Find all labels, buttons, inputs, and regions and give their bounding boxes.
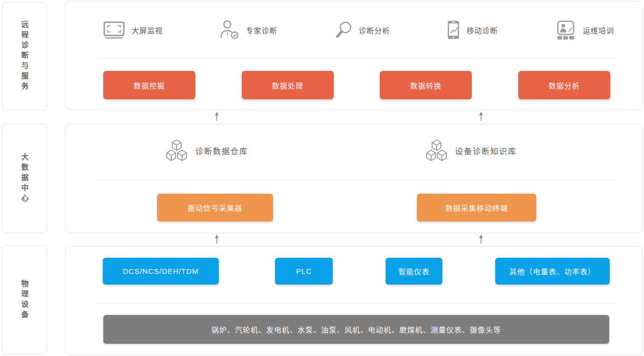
feature-mobile-diagnosis: 移动诊断: [447, 21, 498, 39]
service-buttons-row: 数据挖掘 数据处理 数据转换 数据分析: [103, 71, 610, 99]
cubes-icon: [166, 139, 187, 162]
up-arrow: [479, 234, 483, 244]
feature-label: 诊断分析: [359, 25, 390, 35]
monitor-icon: [103, 22, 125, 39]
sidebar-section-big-data-center: 大数据中心: [2, 124, 47, 233]
up-arrow: [214, 111, 219, 121]
store-label: 诊断数据仓库: [195, 145, 248, 156]
sidebar-label: 远程诊断与服务: [20, 21, 30, 92]
up-arrow: [214, 234, 219, 244]
sidebar-label: 大数据中心: [20, 153, 30, 204]
feature-screen-monitoring: 大屏监视: [103, 22, 163, 39]
feature-operation-training: 运维培训: [555, 21, 614, 40]
training-icon: [555, 21, 576, 40]
data-conversion-button[interactable]: 数据转换: [380, 71, 472, 99]
cubes-icon: [426, 139, 447, 162]
device-layer-panel: DCS/NCS/DEH/TDM PLC 智能仪表 其他（电量表、功率表） 锅炉、…: [65, 246, 643, 355]
service-layer-panel: 大屏监视 专家诊断: [65, 1, 643, 110]
expert-icon: [220, 20, 239, 40]
architecture-diagram: 远程诊断与服务 大数据中心 物理设备 大屏监视: [0, 0, 644, 356]
equipment-diagnosis-knowledge-base: 设备诊断知识库: [426, 137, 517, 164]
magnifier-icon: [335, 21, 352, 39]
diagnosis-data-warehouse: 诊断数据仓库: [166, 137, 248, 164]
feature-label: 运维培训: [583, 25, 614, 35]
data-processing-button[interactable]: 数据处理: [242, 71, 334, 99]
equipment-list-bar: 锅炉、汽轮机、发电机、水泵、油泵、风机、电动机、磨煤机、测量仪表、摄像头等: [103, 315, 609, 344]
plc-button[interactable]: PLC: [275, 258, 333, 285]
sidebar-section-remote-diagnosis: 远程诊断与服务: [2, 2, 47, 111]
feature-label: 专家诊断: [246, 25, 277, 35]
data-analysis-button[interactable]: 数据分析: [518, 71, 610, 99]
feature-row: 大屏监视 专家诊断: [103, 14, 614, 45]
feature-expert-diagnosis: 专家诊断: [220, 20, 277, 40]
feature-label: 移动诊断: [466, 25, 498, 35]
divider: [97, 303, 615, 304]
vibration-signal-collector-button[interactable]: 振动信号采集器: [157, 194, 273, 222]
data-layer-panel: 诊断数据仓库 设备诊断知识库 振动信号采集器 数据采集移动终端: [65, 124, 643, 233]
other-meters-button[interactable]: 其他（电量表、功率表）: [495, 258, 610, 285]
divider: [97, 180, 615, 180]
dcs-ncs-deh-tdm-button[interactable]: DCS/NCS/DEH/TDM: [103, 258, 219, 285]
feature-diagnosis-analysis: 诊断分析: [335, 21, 390, 39]
sidebar-section-physical-devices: 物理设备: [2, 245, 47, 355]
sidebar-label: 物理设备: [20, 280, 30, 321]
feature-label: 大屏监视: [132, 25, 163, 35]
smart-instrument-button[interactable]: 智能仪表: [386, 258, 442, 285]
store-label: 设备诊断知识库: [455, 145, 517, 156]
divider: [97, 58, 615, 58]
data-collection-mobile-terminal-button[interactable]: 数据采集移动终端: [417, 194, 536, 222]
phone-icon: [447, 21, 460, 39]
up-arrow: [479, 111, 483, 121]
data-mining-button[interactable]: 数据挖掘: [103, 71, 195, 99]
